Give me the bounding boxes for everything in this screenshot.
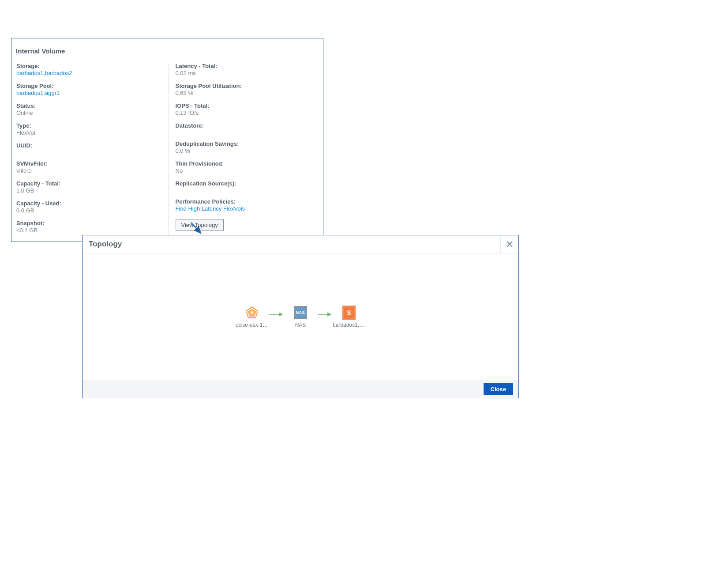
field-replication: Replication Source(s): <box>176 180 319 187</box>
topology-canvas: H ocise-esx-1431… NAS NAS <box>83 253 518 380</box>
field-svm: SVM/vFiler: vfiler0 <box>16 160 164 174</box>
field-dedup: Deduplication Savings: 0.0 % <box>176 140 319 154</box>
field-latency-label: Latency - Total: <box>176 63 319 69</box>
topology-node-storage[interactable]: S barbados1,bar… <box>333 306 365 328</box>
field-storage-pool-label: Storage Pool: <box>16 83 164 89</box>
field-pool-util: Storage Pool Utilization: 0.68 % <box>176 83 319 96</box>
field-perf-policies: Performance Policies: Find High Latency … <box>176 198 319 212</box>
field-dedup-value: 0.0 % <box>176 147 319 154</box>
storage-icon-badge: S <box>342 306 356 320</box>
field-storage-pool-value[interactable]: barbados1:aggr1 <box>16 90 164 96</box>
field-datastore: Datastore: <box>176 122 319 129</box>
field-storage: Storage: barbados1,barbados2 <box>16 63 164 76</box>
field-thin-value: No <box>176 167 319 174</box>
field-svm-value: vfiler0 <box>16 167 164 174</box>
nas-icon: NAS <box>294 306 307 319</box>
flow-arrow-icon <box>268 312 284 317</box>
field-iops-label: IOPS - Total: <box>176 102 319 109</box>
panel-title: Internal Volume <box>11 44 323 63</box>
field-snapshot-label: Snapshot: <box>16 220 164 227</box>
close-icon-button[interactable] <box>500 235 518 253</box>
field-svm-label: SVM/vFiler: <box>16 160 164 167</box>
topology-title: Topology <box>83 240 500 249</box>
field-capacity-total-label: Capacity - Total: <box>16 180 164 187</box>
field-snapshot-value: <0.1 GB <box>16 227 164 234</box>
field-latency-value: 0.02 ms <box>176 70 319 76</box>
field-perf-policies-label: Performance Policies: <box>176 198 319 205</box>
field-pool-util-label: Storage Pool Utilization: <box>176 83 319 89</box>
field-uuid-label: UUID: <box>16 142 164 149</box>
volume-right-column: Latency - Total: 0.02 ms Storage Pool Ut… <box>169 63 323 240</box>
field-iops-value: 0.13 IO/s <box>176 110 319 116</box>
field-status-value: Online <box>16 110 164 116</box>
field-perf-policies-value[interactable]: Find High Latency FlexVols <box>176 205 319 212</box>
field-snapshot: Snapshot: <0.1 GB <box>16 220 164 234</box>
field-capacity-used: Capacity - Used: 0.0 GB <box>16 200 164 214</box>
close-button[interactable]: Close <box>484 383 513 395</box>
field-capacity-used-label: Capacity - Used: <box>16 200 164 207</box>
topology-footer: Close <box>83 380 518 398</box>
field-storage-label: Storage: <box>16 63 164 69</box>
field-thin: Thin Provisioned: No <box>176 160 319 174</box>
field-thin-label: Thin Provisioned: <box>176 160 319 167</box>
topology-node-host-label: ocise-esx-1431… <box>236 322 268 328</box>
view-topology-button[interactable]: View Topology <box>176 219 224 231</box>
field-type-value: FlexVol <box>16 129 164 136</box>
topology-chain: H ocise-esx-1431… NAS NAS <box>236 306 365 328</box>
field-type-label: Type: <box>16 122 164 129</box>
topology-node-storage-label: barbados1,bar… <box>333 322 365 328</box>
field-storage-value[interactable]: barbados1,barbados2 <box>16 70 164 76</box>
topology-header: Topology <box>83 235 518 253</box>
field-latency: Latency - Total: 0.02 ms <box>176 63 319 76</box>
internal-volume-panel: Internal Volume Storage: barbados1,barba… <box>11 38 323 242</box>
svg-text:H: H <box>251 311 253 315</box>
topology-node-nas[interactable]: NAS NAS <box>284 306 317 328</box>
field-iops: IOPS - Total: 0.13 IO/s <box>176 102 319 116</box>
topology-node-nas-label: NAS <box>284 322 317 328</box>
host-icon: H <box>245 306 259 319</box>
topology-node-host[interactable]: H ocise-esx-1431… <box>236 306 268 328</box>
field-dedup-label: Deduplication Savings: <box>176 140 319 147</box>
field-status-label: Status: <box>16 102 164 109</box>
nas-icon-badge: NAS <box>294 306 307 319</box>
field-capacity-used-value: 0.0 GB <box>16 207 164 214</box>
field-capacity-total: Capacity - Total: 1.0 GB <box>16 180 164 194</box>
field-capacity-total-value: 1.0 GB <box>16 187 164 194</box>
storage-icon: S <box>342 306 356 319</box>
topology-dialog: Topology H ocise-esx-1431… <box>82 235 519 398</box>
volume-body: Storage: barbados1,barbados2 Storage Poo… <box>11 63 323 240</box>
field-replication-label: Replication Source(s): <box>176 180 319 187</box>
field-status: Status: Online <box>16 102 164 116</box>
close-icon <box>507 241 513 247</box>
field-type: Type: FlexVol <box>16 122 164 136</box>
field-datastore-label: Datastore: <box>176 122 319 129</box>
field-uuid: UUID: <box>16 142 164 149</box>
volume-left-column: Storage: barbados1,barbados2 Storage Poo… <box>14 63 169 240</box>
field-storage-pool: Storage Pool: barbados1:aggr1 <box>16 83 164 96</box>
field-pool-util-value: 0.68 % <box>176 90 319 96</box>
flow-arrow-icon <box>317 312 333 317</box>
